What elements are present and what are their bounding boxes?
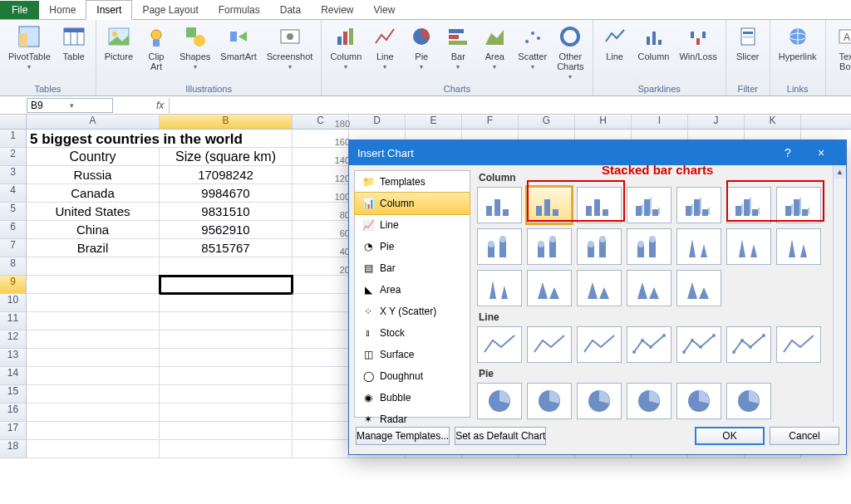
cell[interactable] — [160, 404, 293, 422]
chart-thumb-pie-2[interactable] — [577, 383, 622, 419]
tab-review[interactable]: Review — [311, 1, 363, 19]
chart-category-pie[interactable]: ◔Pie — [355, 236, 470, 257]
chart-thumb-line-6[interactable] — [776, 326, 821, 363]
cell[interactable]: Size (square km) — [160, 148, 293, 166]
chart-thumb-cyl-1[interactable] — [527, 228, 572, 265]
row-header[interactable]: 14 — [0, 367, 27, 385]
tab-formulas[interactable]: Formulas — [209, 1, 270, 19]
cell[interactable] — [160, 349, 293, 367]
chart-thumb-cone-4[interactable] — [676, 228, 721, 265]
col-header-b[interactable]: B — [160, 115, 293, 129]
tab-view[interactable]: View — [364, 1, 406, 19]
row-header[interactable]: 5 — [0, 203, 27, 221]
cell[interactable] — [160, 440, 293, 458]
cell[interactable] — [160, 385, 293, 404]
cell[interactable]: Country — [27, 148, 160, 166]
dialog-help-button[interactable]: ? — [771, 140, 804, 165]
cell[interactable] — [293, 385, 349, 404]
chart-thumb-col3d-3[interactable] — [627, 187, 671, 223]
spark-line-button[interactable]: Line — [598, 22, 632, 63]
ok-button[interactable]: OK — [695, 427, 765, 445]
chart-thumb-pie-1[interactable] — [527, 383, 572, 419]
row-header[interactable]: 1 — [0, 130, 27, 148]
chart-category-stock[interactable]: ⫾Stock — [355, 322, 470, 344]
chart-line-button[interactable]: Line▾ — [368, 22, 401, 72]
row-header[interactable]: 16 — [0, 404, 27, 422]
cell[interactable] — [293, 440, 349, 458]
cell[interactable] — [27, 294, 160, 312]
chart-thumb-col3d-6[interactable] — [776, 187, 821, 223]
row-header[interactable]: 10 — [0, 294, 27, 312]
chart-pie-button[interactable]: Pie▾ — [405, 22, 438, 72]
cell[interactable]: 9984670 — [160, 184, 293, 203]
cell[interactable]: Russia — [27, 166, 160, 184]
col-header-h[interactable]: H — [575, 115, 632, 129]
chart-thumb-cone-5[interactable] — [726, 228, 771, 265]
col-header-i[interactable]: I — [632, 115, 688, 129]
tab-home[interactable]: Home — [39, 1, 86, 19]
row-header[interactable]: 8 — [0, 257, 27, 276]
chart-column-button[interactable]: Column▾ — [327, 22, 365, 72]
chart-area-button[interactable]: Area▾ — [478, 22, 511, 72]
chart-bar-button[interactable]: Bar▾ — [441, 22, 475, 72]
cell[interactable]: 9562910 — [160, 221, 293, 239]
chart-thumb-pyr-4[interactable] — [676, 270, 721, 306]
cell[interactable] — [160, 257, 293, 276]
cell[interactable] — [160, 294, 293, 312]
tab-data[interactable]: Data — [270, 1, 311, 19]
cell[interactable] — [27, 440, 160, 458]
chart-thumb-cyl-2[interactable] — [577, 228, 622, 265]
chart-category-column[interactable]: 📊Column — [355, 193, 470, 214]
chart-thumb-pyr-3[interactable] — [627, 270, 671, 306]
chart-other-button[interactable]: Other Charts▾ — [553, 22, 587, 82]
cell[interactable] — [293, 404, 349, 422]
cell[interactable]: 9831510 — [160, 203, 293, 221]
hyperlink-button[interactable]: Hyperlink — [775, 22, 820, 63]
row-header[interactable]: 9 — [0, 276, 27, 294]
row-header[interactable]: 12 — [0, 330, 27, 349]
row-header[interactable]: 17 — [0, 422, 27, 440]
pivottable-button[interactable]: PivotTable▾ — [5, 22, 54, 72]
cell[interactable] — [293, 312, 349, 330]
cell[interactable] — [27, 257, 160, 276]
cell[interactable]: 5 biggest countries in the world — [27, 130, 293, 148]
col-header-f[interactable]: F — [462, 115, 519, 129]
chart-thumb-pyr-2[interactable] — [577, 270, 622, 306]
spark-column-button[interactable]: Column — [635, 22, 673, 63]
chart-thumb-linemark-3[interactable] — [627, 326, 671, 363]
row-header[interactable]: 11 — [0, 312, 27, 330]
chart-thumb-linemark-4[interactable] — [676, 326, 721, 363]
cell[interactable] — [160, 422, 293, 440]
row-header[interactable]: 6 — [0, 221, 27, 239]
shapes-button[interactable]: Shapes▾ — [176, 22, 214, 72]
cell[interactable] — [27, 422, 160, 440]
row-header[interactable]: 3 — [0, 166, 27, 184]
chart-category-bubble[interactable]: ◉Bubble — [355, 387, 470, 409]
smartart-button[interactable]: SmartArt — [217, 22, 259, 63]
chart-category-surface[interactable]: ◫Surface — [355, 344, 470, 365]
chart-category-doughnut[interactable]: ◯Doughnut — [355, 365, 470, 387]
col-header-g[interactable]: G — [519, 115, 575, 129]
chart-thumb-col-1[interactable] — [527, 187, 572, 223]
cell[interactable] — [27, 385, 160, 404]
cell[interactable] — [27, 349, 160, 367]
chart-thumb-pie-5[interactable] — [726, 383, 771, 419]
row-header[interactable]: 15 — [0, 385, 27, 404]
row-header[interactable]: 7 — [0, 239, 27, 257]
chart-category-x-y-scatter-[interactable]: ⁘X Y (Scatter) — [355, 301, 470, 322]
slicer-button[interactable]: Slicer — [731, 22, 765, 63]
cell[interactable]: Canada — [27, 184, 160, 203]
chart-category-line[interactable]: 📈Line — [355, 214, 470, 236]
chart-category-bar[interactable]: ▤Bar — [355, 257, 470, 279]
chart-thumb-col-0[interactable] — [477, 187, 522, 223]
chart-thumb-pie-3[interactable] — [627, 383, 671, 419]
cell[interactable] — [293, 294, 349, 312]
col-header-k[interactable]: K — [745, 115, 801, 129]
cell[interactable] — [160, 312, 293, 330]
cell[interactable] — [293, 349, 349, 367]
cell[interactable] — [160, 276, 293, 294]
cell[interactable]: 8515767 — [160, 239, 293, 257]
spark-winloss-button[interactable]: Win/Loss — [676, 22, 720, 63]
chart-thumb-line-2[interactable] — [577, 326, 622, 363]
chart-thumb-col3d-4[interactable] — [676, 187, 721, 223]
